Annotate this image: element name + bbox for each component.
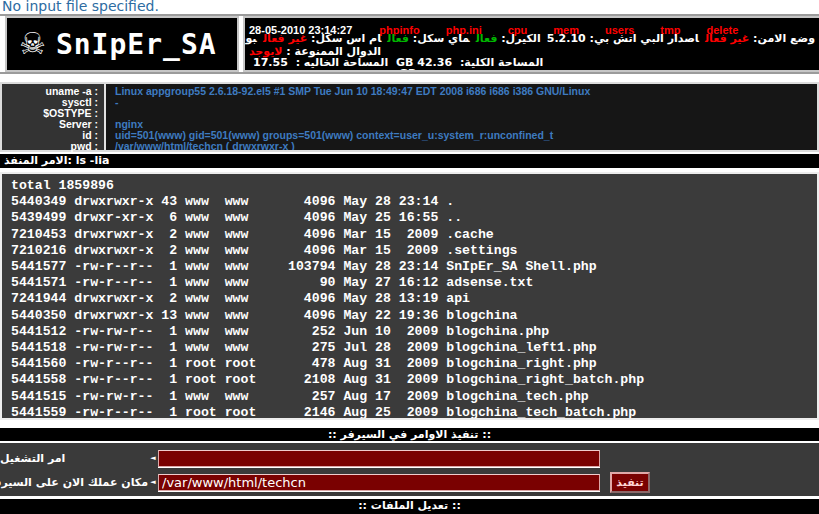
services-status-line: وضع الامن: غير فعالاصدار البي اتش بي: 5.… [249, 32, 815, 44]
status-item: الكيرل: فعال [476, 32, 541, 45]
working-directory-input[interactable] [158, 474, 600, 491]
header: ☠ SnIpEr_SA 28-05-2010 23:14:27 phpinfop… [0, 14, 819, 74]
system-info-values: Linux appgroup55 2.6.18-92.el5 #1 SMP Tu… [106, 84, 817, 150]
logo-box: ☠ SnIpEr_SA [5, 16, 239, 72]
free-space-label: المساحة الخاليه : [296, 56, 389, 69]
sysinfo-value: - [115, 97, 817, 108]
sysinfo-value: Linux appgroup55 2.6.18-92.el5 #1 SMP Tu… [115, 86, 817, 97]
system-info-labels: uname -a :sysctl :$OSTYPE :Server :id :p… [2, 84, 106, 150]
working-directory-label: مكان عملك الان على السيرفر [0, 476, 148, 489]
disabled-functions-line: الدوال الممنوعة : لايوجد [249, 45, 815, 56]
execute-button[interactable]: تنفيذ [610, 472, 650, 493]
working-directory-row: مكان عملك الان على السيرفر ◄ تنفيذ [0, 473, 819, 492]
run-command-row: امر التشغيل ◄ [0, 449, 819, 468]
skull-icon: ☠ [19, 29, 46, 59]
edit-files-title: :: تعديل الملفات :: [0, 499, 819, 514]
top-error-message: No input file specified. [0, 0, 819, 14]
command-form: امر التشغيل ◄ مكان عملك الان على السيرفر… [0, 443, 819, 496]
disk-space-line: المساحة الكلية: 42.36 GB المساحة الخاليه… [249, 56, 815, 67]
status-item: اصدار البي اتش بي: 5.2.10 [547, 32, 699, 45]
status-item: ماي سكل: فعال [387, 32, 469, 45]
sysinfo-value: /var/www/html/techcn ( drwxrwxr-x ) [115, 141, 817, 150]
status-item: ام اس سكل: غير فعال [263, 32, 381, 45]
status-item: بوست قري سكل: غير فعال [243, 32, 257, 45]
arrow-left-icon: ◄ [148, 473, 158, 492]
executed-command-bar: الامر المنفذ: ls -lia [0, 154, 819, 168]
run-command-label: امر التشغيل [0, 452, 148, 465]
shell-title: SnIpEr_SA [56, 28, 217, 61]
free-space-value: 17.55 [253, 56, 288, 69]
status-item: وضع الامن: غير فعال [705, 32, 815, 45]
directory-listing-output: total 1859896 5440349 drwxrwxr-x 43 www … [2, 174, 817, 420]
execute-commands-title: :: تنفيذ الاوامر في السيرفر :: [0, 428, 819, 441]
directory-listing-panel: total 1859896 5440349 drwxrwxr-x 43 www … [0, 172, 819, 420]
run-command-input[interactable] [158, 450, 600, 467]
sysinfo-value [115, 108, 817, 119]
total-space-label: المساحة الكلية: [460, 56, 543, 69]
arrow-left-icon: ◄ [148, 449, 158, 468]
header-links-row: 28-05-2010 23:14:27 phpinfophp.inicpumem… [249, 19, 815, 31]
server-info-box: 28-05-2010 23:14:27 phpinfophp.inicpumem… [243, 16, 819, 72]
system-info-panel: uname -a :sysctl :$OSTYPE :Server :id :p… [0, 82, 819, 152]
sysinfo-label: pwd : [2, 141, 98, 152]
